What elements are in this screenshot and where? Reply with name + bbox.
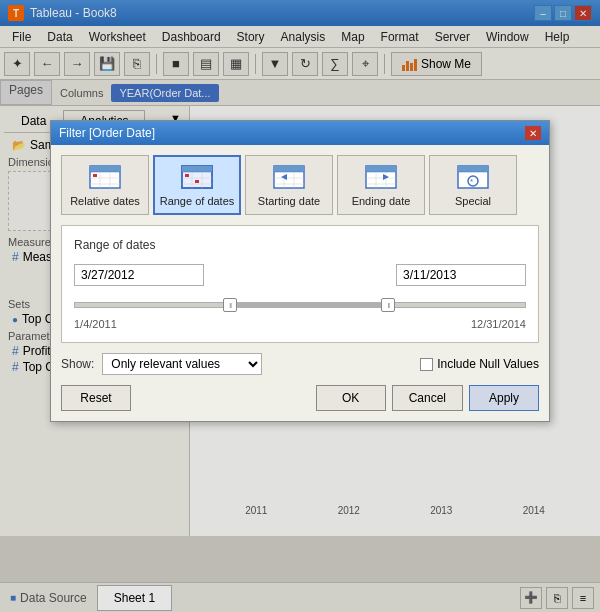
cancel-button[interactable]: Cancel [392, 385, 463, 411]
show-select[interactable]: Only relevant values [102, 353, 262, 375]
relative-dates-icon [89, 163, 121, 191]
null-values-label: Include Null Values [437, 357, 539, 371]
filter-dialog: Filter [Order Date] ✕ [50, 120, 550, 422]
svg-rect-15 [185, 174, 189, 177]
filter-tabs: Relative dates [61, 155, 539, 215]
ending-date-icon [365, 163, 397, 191]
null-checkbox-area: Include Null Values [420, 357, 539, 371]
svg-rect-18 [274, 166, 304, 172]
svg-text:*: * [470, 177, 473, 186]
ok-button[interactable]: OK [316, 385, 386, 411]
show-label: Show: [61, 357, 94, 371]
starting-date-icon [273, 163, 305, 191]
svg-rect-26 [366, 166, 396, 172]
null-values-checkbox[interactable] [420, 358, 433, 371]
filter-tab-starting[interactable]: Starting date [245, 155, 333, 215]
svg-rect-1 [90, 166, 120, 172]
starting-date-label: Starting date [258, 195, 320, 207]
range-limits: 1/4/2011 12/31/2014 [74, 318, 526, 330]
range-title: Range of dates [74, 238, 526, 252]
filter-tab-special[interactable]: * Special [429, 155, 517, 215]
max-limit-label: 12/31/2014 [471, 318, 526, 330]
date-slider[interactable] [74, 294, 526, 314]
range-dates-label: Range of dates [160, 195, 235, 207]
range-dates-icon [181, 163, 213, 191]
show-row: Show: Only relevant values Include Null … [61, 353, 539, 375]
special-icon: * [457, 163, 489, 191]
special-label: Special [455, 195, 491, 207]
reset-button[interactable]: Reset [61, 385, 131, 411]
end-date-input[interactable] [396, 264, 526, 286]
range-section: Range of dates 1/4/2011 12/31/2014 [61, 225, 539, 343]
slider-fill [232, 302, 390, 308]
slider-thumb-left[interactable] [223, 298, 237, 312]
svg-rect-7 [93, 174, 97, 177]
filter-tab-range[interactable]: Range of dates [153, 155, 241, 215]
svg-rect-16 [195, 180, 199, 183]
filter-tab-ending[interactable]: Ending date [337, 155, 425, 215]
apply-button[interactable]: Apply [469, 385, 539, 411]
dialog-body: Relative dates [51, 145, 549, 421]
dialog-overlay: Filter [Order Date] ✕ [0, 0, 600, 612]
filter-tab-relative[interactable]: Relative dates [61, 155, 149, 215]
slider-thumb-right[interactable] [381, 298, 395, 312]
svg-rect-34 [458, 166, 488, 172]
ending-date-label: Ending date [352, 195, 411, 207]
relative-dates-label: Relative dates [70, 195, 140, 207]
range-inputs [74, 264, 526, 286]
svg-rect-9 [182, 166, 212, 172]
dialog-buttons: Reset OK Cancel Apply [61, 385, 539, 411]
start-date-input[interactable] [74, 264, 204, 286]
min-limit-label: 1/4/2011 [74, 318, 117, 330]
dialog-close-button[interactable]: ✕ [525, 126, 541, 140]
dialog-title: Filter [Order Date] [59, 126, 155, 140]
dialog-title-bar: Filter [Order Date] ✕ [51, 121, 549, 145]
